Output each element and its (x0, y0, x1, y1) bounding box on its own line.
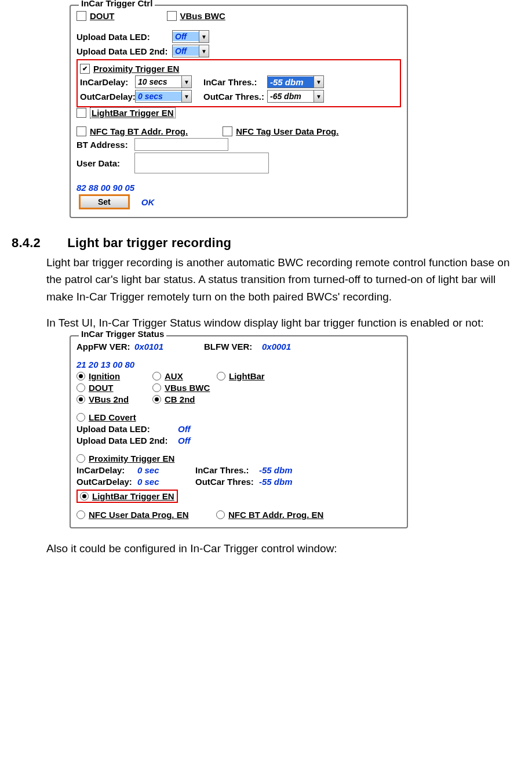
blfw-ver-value: 0x0001 (262, 342, 291, 351)
upload-led-2nd-label: Upload Data LED 2nd: (76, 46, 172, 56)
outcar-thres-value: -65 dbm (268, 92, 314, 101)
lightbar-trigger-label: LightBar Trigger EN (92, 491, 174, 501)
ignition-label: Ignition (89, 371, 152, 381)
led-covert-label: LED Covert (89, 412, 136, 422)
outcar-delay-value: 0 sec (137, 477, 195, 487)
incar-delay-value: 0 sec (137, 465, 195, 475)
dout-radio[interactable] (76, 383, 85, 392)
incar-thres-label: InCar Thres.: (203, 77, 267, 87)
nfc-user-data-label: NFC User Data Prog. EN (89, 510, 216, 520)
chevron-down-icon: ▼ (181, 76, 191, 88)
section-paragraph-3: Also it could be configured in In-Car Tr… (46, 541, 520, 556)
incar-thres-label: InCar Thres.: (195, 465, 259, 475)
nfc-bt-checkbox[interactable] (76, 126, 86, 136)
dout-label: DOUT (89, 383, 152, 393)
upload-led-label: Upload Data LED: (76, 424, 178, 434)
lightbar-label: LightBar (229, 371, 265, 381)
chevron-down-icon: ▼ (199, 31, 209, 42)
panel-legend: InCar Trigger Ctrl (79, 0, 155, 8)
nfc-bt-addr-label: NFC BT Addr. Prog. EN (228, 510, 323, 520)
chevron-down-icon: ▼ (181, 90, 191, 102)
outcar-thres-label: OutCar Thres.: (203, 92, 267, 102)
vbus-2nd-label: VBus 2nd (89, 394, 152, 404)
chevron-down-icon: ▼ (314, 90, 323, 102)
vbus-bwc-label: VBus BWC (165, 383, 210, 393)
outcar-thres-value: -55 dbm (259, 477, 293, 487)
upload-led-2nd-dropdown[interactable]: Off ▼ (172, 45, 209, 57)
upload-led-dropdown[interactable]: Off ▼ (172, 30, 209, 43)
hex-code: 82 88 00 90 05 (76, 183, 134, 193)
appfw-ver-value: 0x0101 (134, 342, 204, 351)
outcar-thres-dropdown[interactable]: -65 dbm ▼ (267, 90, 324, 103)
incar-delay-value: 10 secs (136, 77, 181, 86)
upload-led-2nd-value: Off (178, 436, 190, 445)
lightbar-trigger-label: LightBar Trigger EN (90, 107, 176, 118)
incar-thres-value: -55 dbm (259, 465, 293, 475)
dout-label: DOUT (90, 11, 115, 21)
upload-led-value: Off (178, 424, 190, 434)
outcar-delay-value: 0 secs (136, 92, 181, 101)
lightbar-trigger-radio[interactable] (80, 492, 89, 501)
proximity-trigger-highlight: Proximity Trigger EN InCarDelay: 10 secs… (76, 59, 401, 107)
blfw-ver-label: BLFW VER: (204, 342, 262, 351)
upload-led-2nd-label: Upload Data LED 2nd: (76, 436, 178, 445)
aux-radio[interactable] (152, 372, 161, 380)
incar-trigger-status-panel: InCar Trigger Status AppFW VER: 0x0101 B… (70, 335, 408, 528)
lightbar-trigger-checkbox[interactable] (76, 108, 86, 118)
upload-led-value: Off (173, 32, 199, 41)
bt-address-label: BT Address: (76, 140, 134, 150)
user-data-label: User Data: (76, 158, 134, 168)
section-heading: 8.4.2 Light bar trigger recording (12, 235, 520, 251)
set-button[interactable]: Set (79, 194, 130, 209)
vbus-bwc-checkbox[interactable] (167, 11, 177, 21)
lightbar-radio[interactable] (217, 372, 225, 380)
vbus-bwc-radio[interactable] (152, 383, 161, 392)
outcar-delay-label: OutCarDelay: (80, 92, 135, 102)
chevron-down-icon: ▼ (199, 45, 209, 57)
vbus-2nd-radio[interactable] (76, 395, 85, 404)
vbus-bwc-label: VBus BWC (180, 11, 225, 21)
ok-status: OK (141, 197, 155, 207)
chevron-down-icon: ▼ (314, 76, 323, 88)
bt-address-input[interactable] (134, 138, 228, 151)
incar-delay-dropdown[interactable]: 10 secs ▼ (135, 75, 192, 88)
proximity-trigger-radio[interactable] (76, 454, 85, 463)
proximity-trigger-label: Proximity Trigger EN (93, 64, 179, 74)
user-data-input[interactable] (134, 153, 269, 173)
nfc-bt-label: NFC Tag BT Addr. Prog. (90, 126, 188, 136)
incar-delay-label: InCarDelay: (80, 77, 135, 87)
dout-checkbox[interactable] (76, 11, 86, 21)
cb-2nd-label: CB 2nd (165, 394, 195, 404)
nfc-user-data-radio[interactable] (76, 510, 85, 519)
nfc-userdata-label: NFC Tag User Data Prog. (236, 126, 338, 136)
section-title: Light bar trigger recording (67, 235, 231, 250)
outcar-delay-label: OutCarDelay: (76, 477, 137, 487)
incar-thres-value: -55 dbm (268, 77, 314, 88)
proximity-trigger-label: Proximity Trigger EN (89, 454, 174, 463)
cb-2nd-radio[interactable] (152, 395, 161, 404)
incar-trigger-ctrl-panel: InCar Trigger Ctrl DOUT VBus BWC Upload … (70, 5, 408, 218)
section-number: 8.4.2 (12, 235, 64, 251)
nfc-userdata-checkbox[interactable] (223, 126, 232, 136)
incar-delay-label: InCarDelay: (76, 465, 137, 475)
aux-label: AUX (165, 371, 217, 381)
section-paragraph-1: Light bar trigger recording is another a… (46, 254, 520, 305)
status-hex-code: 21 20 13 00 80 (76, 360, 134, 369)
upload-led-2nd-value: Off (173, 46, 199, 56)
incar-thres-dropdown[interactable]: -55 dbm ▼ (267, 75, 324, 88)
panel-legend: InCar Trigger Status (79, 329, 166, 339)
appfw-ver-label: AppFW VER: (76, 342, 134, 351)
lightbar-trigger-highlight: LightBar Trigger EN (76, 490, 178, 503)
nfc-bt-addr-radio[interactable] (216, 510, 225, 519)
led-covert-radio[interactable] (76, 413, 85, 422)
outcar-delay-dropdown[interactable]: 0 secs ▼ (135, 90, 192, 103)
upload-led-label: Upload Data LED: (76, 32, 172, 42)
proximity-trigger-checkbox[interactable] (80, 64, 90, 74)
ignition-radio[interactable] (76, 372, 85, 380)
outcar-thres-label: OutCar Thres: (195, 477, 259, 487)
